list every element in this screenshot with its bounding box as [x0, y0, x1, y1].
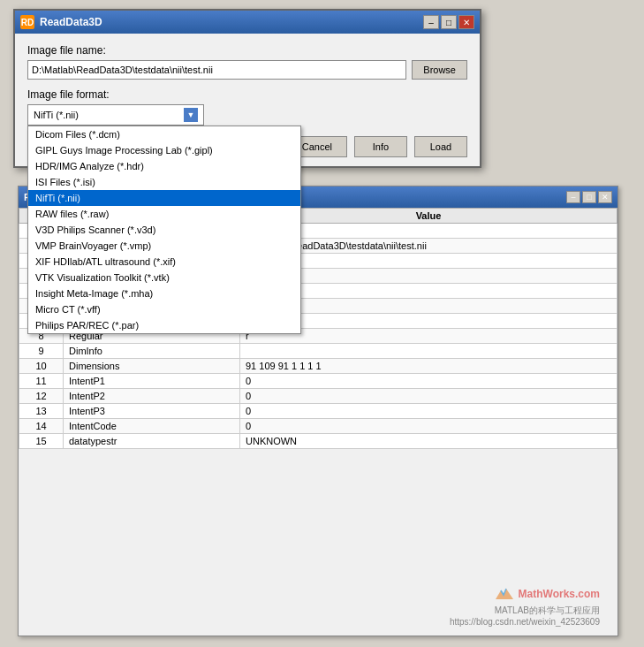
table-row: 11IntentP10: [19, 374, 617, 389]
table-row: 13IntentP30: [19, 404, 617, 419]
dropdown-item[interactable]: V3D Philips Scanner (*.v3d): [28, 222, 300, 238]
info-win-controls: – □ ✕: [566, 191, 612, 203]
table-cell-value: 0: [240, 374, 617, 389]
table-cell-name: IntentCode: [64, 419, 240, 434]
table-cell-num: 15: [19, 434, 64, 449]
dropdown-item[interactable]: HDR/IMG Analyze (*.hdr): [28, 158, 300, 174]
info-button[interactable]: Info: [354, 136, 407, 157]
dialog-title-left: RD ReadData3D: [20, 15, 102, 29]
file-label: Image file name:: [27, 44, 467, 57]
dropdown-item[interactable]: Dicom Files (*.dcm): [28, 126, 300, 142]
table-cell-name: DimInfo: [64, 344, 240, 359]
main-dialog: RD ReadData3D – □ ✕ Image file name: Bro…: [13, 9, 481, 168]
table-row: 15datatypestrUNKNOWN: [19, 434, 617, 449]
app-icon-text: RD: [21, 18, 34, 27]
table-cell-num: 9: [19, 344, 64, 359]
dropdown-item[interactable]: NifTi (*.nii): [28, 190, 300, 206]
table-row: 12IntentP20: [19, 389, 617, 404]
table-cell-name: IntentP3: [64, 404, 240, 419]
table-row: 9DimInfo: [19, 344, 617, 359]
table-cell-name: Dimensions: [64, 359, 240, 374]
dropdown-item[interactable]: VTK Visualization Toolkit (*.vtk): [28, 270, 300, 285]
matlab-label: MATLAB的科学与工程应用: [495, 605, 600, 617]
file-path-input[interactable]: [27, 60, 406, 80]
matlab-logo-icon: [494, 583, 515, 605]
load-button[interactable]: Load: [414, 136, 467, 157]
table-cell-value: 0: [240, 404, 617, 419]
close-button[interactable]: ✕: [458, 15, 474, 29]
info-maximize-button[interactable]: □: [582, 191, 596, 203]
dropdown-item[interactable]: XIF HDIlab/ATL ultrasound (*.xif): [28, 254, 300, 270]
dropdown-arrow-icon: ▼: [184, 108, 198, 122]
mathworks-text: MathWorks.com: [519, 588, 600, 600]
info-minimize-button[interactable]: –: [566, 191, 580, 203]
watermark-url: https://blog.csdn.net/weixin_42523609: [450, 617, 600, 627]
dropdown-item[interactable]: RAW files (*.raw): [28, 206, 300, 222]
table-cell-num: 11: [19, 374, 64, 389]
win-controls: – □ ✕: [423, 15, 474, 29]
dialog-content: Image file name: Browse Image file forma…: [15, 34, 480, 136]
table-cell-num: 12: [19, 389, 64, 404]
dialog-titlebar: RD ReadData3D – □ ✕: [15, 11, 480, 34]
dropdown-container: NifTi (*.nii) ▼ Dicom Files (*.dcm)GIPL …: [27, 104, 467, 126]
table-cell-name: datatypestr: [64, 434, 240, 449]
browse-button[interactable]: Browse: [412, 60, 467, 80]
table-row: 10Dimensions91 109 91 1 1 1 1: [19, 359, 617, 374]
dialog-title-text: ReadData3D: [40, 16, 102, 28]
dropdown-menu: Dicom Files (*.dcm)GIPL Guys Image Proce…: [27, 126, 301, 334]
maximize-button[interactable]: □: [441, 15, 457, 29]
table-cell-value: 91 109 91 1 1 1 1: [240, 359, 617, 374]
table-cell-value: 0: [240, 419, 617, 434]
dropdown-item[interactable]: Micro CT (*.vff): [28, 301, 300, 317]
format-dropdown[interactable]: NifTi (*.nii) ▼: [27, 104, 204, 126]
table-cell-name: IntentP2: [64, 389, 240, 404]
table-cell-value: 0: [240, 389, 617, 404]
table-cell-value: UNKNOWN: [240, 434, 617, 449]
watermark: MathWorks.com MATLAB的科学与工程应用 https://blo…: [450, 583, 600, 627]
watermark-top: MathWorks.com: [494, 583, 600, 605]
dropdown-item[interactable]: Philips PAR/REC (*.par): [28, 317, 300, 333]
dropdown-item[interactable]: ISI Files (*.isi): [28, 174, 300, 190]
info-close-button[interactable]: ✕: [598, 191, 612, 203]
file-path-row: Browse: [27, 60, 467, 80]
table-cell-num: 13: [19, 404, 64, 419]
table-cell-num: 14: [19, 419, 64, 434]
app-icon: RD: [20, 15, 34, 29]
dropdown-item[interactable]: Insight Meta-Image (*.mha): [28, 285, 300, 301]
table-cell-num: 10: [19, 359, 64, 374]
table-cell-value: [240, 344, 617, 359]
format-selected-text: NifTi (*.nii): [34, 110, 79, 120]
dropdown-item[interactable]: GIPL Guys Image Processing Lab (*.gipl): [28, 142, 300, 158]
table-cell-name: IntentP1: [64, 374, 240, 389]
dropdown-item[interactable]: VMP BrainVoyager (*.vmp): [28, 238, 300, 254]
table-row: 14IntentCode0: [19, 419, 617, 434]
format-label: Image file format:: [27, 88, 467, 101]
minimize-button[interactable]: –: [423, 15, 439, 29]
